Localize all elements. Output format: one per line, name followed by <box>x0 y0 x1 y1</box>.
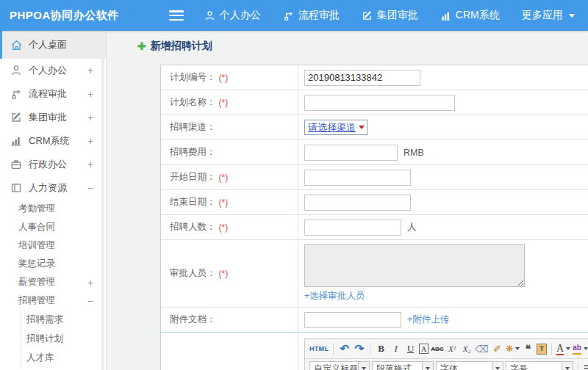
sidebar-item-personal-office[interactable]: 个人办公 + <box>0 59 106 82</box>
topnav-workflow-approval[interactable]: 流程审批 <box>283 9 340 22</box>
form-row-channel: 招聘渠道： 请选择渠道 <box>161 115 588 140</box>
sidebar-item-talent-pool[interactable]: 人才库 <box>0 348 106 367</box>
font-color-button[interactable]: A <box>556 341 570 356</box>
rich-text-editor: HTML ↶ ↷ B I U A ABC X² X₂ ⌫ ✐ <box>304 338 588 370</box>
sidebar-item-workflow-approval[interactable]: 流程审批 + <box>0 82 106 106</box>
sidebar-item-crm-system[interactable]: CRM系统 + <box>0 129 106 153</box>
headcount-input[interactable] <box>304 220 401 236</box>
approvers-textarea[interactable] <box>304 244 525 287</box>
user-icon <box>204 10 215 21</box>
align-left-button[interactable] <box>583 361 588 370</box>
auto-format-button[interactable]: ❋ <box>506 341 520 356</box>
edit-icon <box>10 112 23 124</box>
caret-down-icon <box>358 362 369 370</box>
form-row-attachment: 附件文档： +附件上传 <box>161 308 588 333</box>
cost-input[interactable] <box>304 145 398 161</box>
page-title: ✚ 新增招聘计划 <box>137 40 212 53</box>
subscript-button[interactable]: X₂ <box>461 341 473 356</box>
select-approvers-link[interactable]: +选择审批人员 <box>304 290 365 302</box>
form-row-start-date: 开始日期：(*) <box>161 165 588 190</box>
sidebar-item-hr-contracts[interactable]: 人事合同 <box>0 218 106 236</box>
sidebar-item-recruitment-needs[interactable]: 招聘需求 <box>0 310 106 329</box>
start-date-input[interactable] <box>304 170 411 186</box>
app-logo: PHPOA协同办公软件 <box>10 9 119 23</box>
redo-button[interactable]: ↷ <box>353 341 365 356</box>
plan-name-input[interactable] <box>304 95 455 111</box>
paragraph-format-select[interactable]: 段落格式 <box>372 361 434 370</box>
hamburger-menu-icon[interactable] <box>169 10 184 21</box>
sidebar: 个人桌面 个人办公 + 流程审批 + 集团审批 + CRM系统 + 行政办公 + <box>0 31 107 370</box>
expand-toggle[interactable]: + <box>87 112 94 123</box>
form-row-headcount: 招聘人数：(*) 人 <box>161 215 588 240</box>
underline-button[interactable]: U <box>404 341 417 356</box>
caret-down-icon <box>562 362 573 370</box>
expand-toggle[interactable]: + <box>87 159 94 170</box>
caret-down-icon <box>584 347 588 350</box>
form-row-approvers: 审批人员：(*) +选择审批人员 <box>161 240 588 308</box>
strikethrough-button[interactable]: ABC <box>431 341 443 356</box>
caret-down-icon <box>492 362 503 370</box>
expand-toggle[interactable]: + <box>87 88 94 100</box>
italic-button[interactable]: I <box>390 341 402 356</box>
sidebar-item-reward-records[interactable]: 奖惩记录 <box>0 255 106 273</box>
edit-icon <box>362 10 373 21</box>
format-brush-button[interactable]: ✐ <box>491 341 503 356</box>
headcount-suffix: 人 <box>407 221 417 233</box>
plan-number-input[interactable] <box>304 70 420 86</box>
expand-toggle[interactable]: + <box>87 65 94 76</box>
book-icon <box>10 182 23 195</box>
main-content: ✚ 新增招聘计划 计划编号：(*) 计划名称：(*) 招聘渠道： 请选择渠道 <box>107 31 588 370</box>
home-icon <box>10 39 23 51</box>
source-code-button[interactable]: HTML <box>309 341 329 356</box>
topnav-personal-office[interactable]: 个人办公 <box>204 9 261 22</box>
recruitment-plan-form: 计划编号：(*) 计划名称：(*) 招聘渠道： 请选择渠道 招聘费用： <box>160 65 588 370</box>
toolbar-separator <box>370 343 370 355</box>
font-family-select[interactable]: 字体 <box>436 361 503 370</box>
form-row-plan-number: 计划编号：(*) <box>161 65 588 90</box>
sidebar-item-recruitment-mgmt[interactable]: 招聘管理 − <box>0 291 106 310</box>
custom-title-select[interactable]: 自定义标题 <box>309 361 370 370</box>
sidebar-item-training-mgmt[interactable]: 培训管理 <box>0 236 106 255</box>
toolbar-separator <box>578 363 578 370</box>
sidebar-item-human-resources[interactable]: 人力资源 − <box>0 176 106 200</box>
editor-toolbar-row2: 自定义标题 段落格式 字体 字号 ∞ ∞ <box>305 359 588 370</box>
bold-button[interactable]: B <box>375 341 387 356</box>
sidebar-item-attendance-mgmt[interactable]: 考勤管理 <box>0 200 106 218</box>
sidebar-item-salary-mgmt[interactable]: 薪资管理 + <box>0 273 106 291</box>
collapse-toggle[interactable]: − <box>87 295 94 307</box>
end-date-input[interactable] <box>304 195 411 211</box>
briefcase-icon <box>10 159 23 171</box>
sidebar-item-personal-desktop[interactable]: 个人桌面 <box>0 31 106 59</box>
caret-down-icon <box>566 347 570 350</box>
sidebar-item-group-approval[interactable]: 集团审批 + <box>0 106 106 129</box>
blockquote-button[interactable]: ❝ <box>522 341 534 356</box>
form-row-editor: HTML ↶ ↷ B I U A ABC X² X₂ ⌫ ✐ <box>161 332 588 370</box>
currency-suffix: RMB <box>404 148 424 158</box>
workflow-icon <box>10 88 23 101</box>
topnav-crm-system[interactable]: CRM系统 <box>440 9 500 22</box>
channel-select[interactable]: 请选择渠道 <box>304 120 368 135</box>
expand-toggle[interactable]: + <box>87 277 94 289</box>
undo-button[interactable]: ↶ <box>338 341 351 356</box>
superscript-button[interactable]: X² <box>446 341 459 356</box>
topnav-more-apps[interactable]: 更多应用 <box>522 9 575 22</box>
attachment-upload-link[interactable]: +附件上传 <box>407 313 449 326</box>
toolbar-separator <box>333 343 334 355</box>
expand-toggle[interactable]: + <box>87 135 94 147</box>
attachment-input[interactable] <box>304 312 401 328</box>
topnav-group-approval[interactable]: 集团审批 <box>362 9 418 22</box>
sidebar-item-recruitment-plan[interactable]: 招聘计划 <box>0 329 106 348</box>
highlight-color-button[interactable]: ab <box>573 341 588 356</box>
collapse-toggle[interactable]: − <box>87 182 94 194</box>
top-navigation: 个人办公 流程审批 集团审批 CRM系统 更多应用 <box>204 9 575 22</box>
autotypeset-button[interactable]: A <box>419 344 429 354</box>
plus-icon: ✚ <box>137 40 146 52</box>
sidebar-item-admin-office[interactable]: 行政办公 + <box>0 153 106 176</box>
font-size-select[interactable]: 字号 <box>506 361 573 370</box>
toolbar-separator <box>551 343 552 355</box>
form-row-plan-name: 计划名称：(*) <box>161 90 588 115</box>
eraser-button[interactable]: ⌫ <box>476 341 489 356</box>
paste-plain-button[interactable]: T <box>537 344 547 355</box>
caret-down-icon <box>569 14 575 18</box>
bar-chart-icon <box>440 10 451 21</box>
